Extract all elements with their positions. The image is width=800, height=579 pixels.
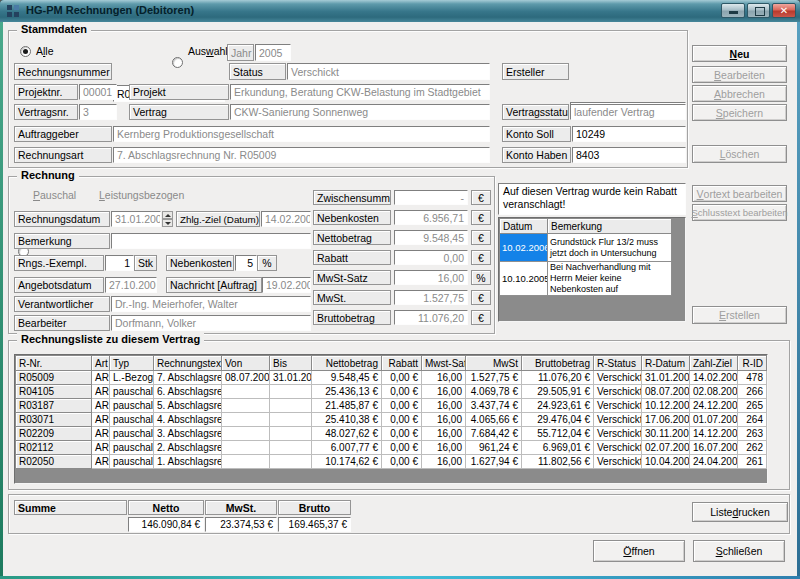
column-header[interactable]: Rechnungstext (154, 356, 222, 371)
table-cell (222, 441, 270, 455)
table-cell: 24.04.2002 (690, 455, 738, 469)
column-header[interactable]: MwSt (466, 356, 522, 371)
column-header[interactable]: R-Status (594, 356, 642, 371)
close-button[interactable] (772, 3, 796, 18)
bemerkung-field[interactable] (111, 233, 311, 249)
column-header[interactable]: Bruttobetrag (522, 356, 594, 371)
betrag-value[interactable]: 6.956,71 (394, 210, 468, 225)
column-header[interactable]: Von (222, 356, 270, 371)
table-cell: 14.02.2005 (690, 371, 738, 385)
column-header[interactable]: Mwst-Satz (422, 356, 466, 371)
oeffnen-button[interactable]: Öffnen (593, 540, 685, 562)
auftraggeber-field[interactable]: Kernberg Produktionsgesellschaft (113, 126, 490, 142)
status-field[interactable]: Verschickt (287, 63, 490, 80)
table-cell (270, 413, 312, 427)
liste-drucken-button[interactable]: Liste drucken (692, 502, 788, 522)
table-row[interactable]: R02112 AR pauschal 2. Abschlagsrech 6.00… (16, 441, 767, 455)
bemerkung-text-cell[interactable]: Bei Nachverhandlung mit Herrn Meier kein… (548, 262, 672, 296)
column-header[interactable]: Typ (110, 356, 154, 371)
loeschen-button[interactable]: Löschen (692, 145, 787, 163)
bemerkung-row[interactable]: 10.10.2005 Bei Nachverhandlung mit Herrn… (500, 262, 672, 296)
vortext-bearbeiten-button[interactable]: Vortext bearbeiten (692, 185, 787, 202)
table-cell: 0,00 € (382, 455, 422, 469)
verantwortlicher-field[interactable]: Dr.-Ing. Meierhofer, Walter (111, 296, 311, 312)
rechnungsdatum-field[interactable]: 31.01.2005 (111, 211, 161, 227)
betrag-unit: € (471, 210, 491, 225)
column-header[interactable]: Art (92, 356, 110, 371)
zahlungsziel-field[interactable]: 14.02.2005 (261, 211, 311, 227)
bemerkung-text-cell[interactable]: Grundstück Flur 13/2 muss jetzt doch in … (548, 234, 672, 262)
table-cell (270, 427, 312, 441)
titlebar[interactable]: HG-PM Rechnungen (Debitoren) (0, 0, 800, 22)
radio-leistungsbezogen-label[interactable]: Leistungsbezogen (99, 189, 184, 201)
betrag-value[interactable]: 0,00 (394, 250, 468, 265)
spinner-down-icon[interactable] (162, 219, 173, 227)
schlusstext-bearbeiten-button[interactable]: Schlusstext bearbeiten (692, 204, 787, 221)
table-cell (222, 413, 270, 427)
table-cell: 6. Abschlagsrech (154, 385, 222, 399)
table-cell: 0,00 € (382, 399, 422, 413)
radio-alle[interactable] (20, 46, 31, 57)
table-row[interactable]: R05009 AR L.-Bezogen 7. Abschlagsrech 08… (16, 371, 767, 385)
radio-auswahl-label[interactable]: Auswahl (188, 45, 228, 57)
schliessen-button[interactable]: Schließen (693, 540, 785, 562)
konto-soll-field[interactable]: 10249 (572, 126, 686, 142)
bemerkungen-table: Datum Bemerkung 10.02.2006 Grundstück Fl… (499, 218, 672, 296)
nachricht-auftrag-field[interactable]: 19.02.2002 (262, 277, 311, 293)
column-header[interactable]: Bis (270, 356, 312, 371)
column-header[interactable]: R-Nr. (16, 356, 92, 371)
konto-haben-field[interactable]: 8403 (572, 147, 686, 163)
vertragsnr-field[interactable]: 3 (79, 104, 117, 120)
table-cell: 2. Abschlagsrech (154, 441, 222, 455)
betrag-value[interactable]: 9.548,45 (394, 230, 468, 245)
rechnungsliste-table: R-Nr.ArtTypRechnungstextVonBisNettobetra… (15, 355, 767, 469)
betrag-label: Zwischensumme (313, 190, 391, 205)
speichern-button[interactable]: Speichern (692, 104, 787, 121)
vertrag-field[interactable]: CKW-Sanierung Sonnenweg (230, 104, 490, 120)
column-header[interactable]: Nettobetrag (312, 356, 382, 371)
bemerkungen-header-bemerkung[interactable]: Bemerkung (548, 219, 672, 234)
neu-button[interactable]: Neu (692, 45, 787, 62)
bearbeiten-button[interactable]: Bearbeiten (692, 66, 787, 83)
nebenkosten-prozent-field[interactable]: 5 (235, 255, 257, 271)
table-cell: 16,00 (422, 399, 466, 413)
table-row[interactable]: R03071 AR pauschal 4. Abschlagsrech 25.4… (16, 413, 767, 427)
projektnr-field[interactable]: 00001 (79, 84, 117, 100)
betrag-value[interactable]: 1.527,75 (394, 290, 468, 305)
projekt-field[interactable]: Erkundung, Beratung CKW-Belastung im Sta… (230, 84, 490, 100)
radio-pauschal-label[interactable]: Pauschal (33, 189, 76, 201)
table-row[interactable]: R02209 AR pauschal 3. Abschlagsrech 48.0… (16, 427, 767, 441)
bemerkung-datum-cell[interactable]: 10.02.2006 (500, 234, 548, 262)
table-row[interactable]: R02050 AR pauschal 1. Abschlagsrech 10.1… (16, 455, 767, 469)
abbrechen-button[interactable]: Abbrechen (692, 85, 787, 102)
rechnungsnummer-label: Rechnungsnummer (14, 63, 112, 80)
column-header[interactable]: Rabatt (382, 356, 422, 371)
bemerkung-row[interactable]: 10.02.2006 Grundstück Flur 13/2 muss jet… (500, 234, 672, 262)
column-header[interactable]: R-Datum (642, 356, 690, 371)
spinner-up-icon[interactable] (162, 211, 173, 219)
angebotsdatum-field[interactable]: 27.10.2000 (105, 277, 157, 293)
rechnungsart-field[interactable]: 7. Abschlagsrechnung Nr. R05009 (113, 147, 490, 163)
table-row[interactable]: R04105 AR pauschal 6. Abschlagsrech 25.4… (16, 385, 767, 399)
date-spinner[interactable] (162, 211, 173, 227)
radio-alle-label[interactable]: Alle (36, 45, 54, 57)
rngs-exempl-field[interactable]: 1 (105, 255, 134, 271)
betrag-value[interactable]: 16,00 (394, 270, 468, 285)
bemerkungen-header-datum[interactable]: Datum (500, 219, 548, 234)
maximize-button[interactable] (747, 3, 770, 18)
vertragsstatus-field[interactable]: laufender Vertrag (570, 104, 686, 120)
minimize-button[interactable] (721, 3, 745, 18)
status-label: Status (229, 63, 286, 80)
jahr-field[interactable]: 2005 (255, 44, 291, 61)
table-cell (222, 455, 270, 469)
radio-auswahl[interactable] (172, 57, 183, 68)
bearbeiter-field[interactable]: Dorfmann, Volker (111, 315, 311, 331)
column-header[interactable]: Zahl-Ziel (690, 356, 738, 371)
betrag-value[interactable]: 11.076,20 (394, 310, 468, 325)
table-row[interactable]: R03187 AR pauschal 5. Abschlagsrech 21.4… (16, 399, 767, 413)
bemerkung-datum-cell[interactable]: 10.10.2005 (500, 262, 548, 296)
column-header[interactable]: R-ID (738, 356, 767, 371)
betrag-value[interactable]: - (394, 190, 468, 205)
table-cell (270, 455, 312, 469)
erstellen-button[interactable]: Erstellen (692, 306, 787, 324)
